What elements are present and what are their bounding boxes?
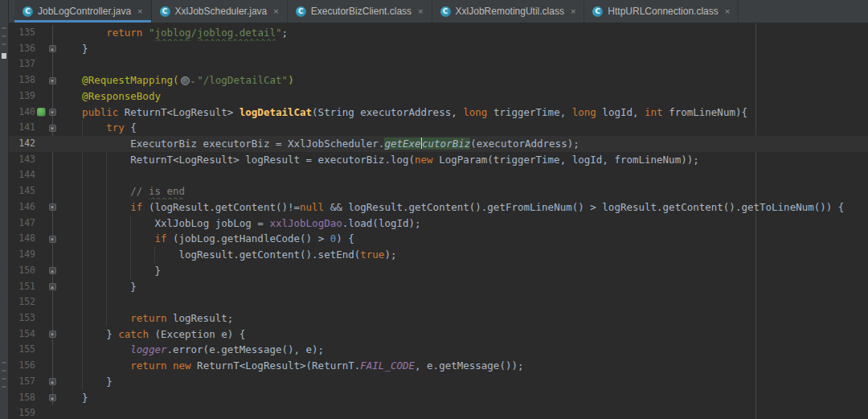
java-class-icon: C bbox=[160, 6, 170, 17]
code-line[interactable]: 153 return logResult; bbox=[8, 310, 868, 327]
gutter-icon-area bbox=[35, 72, 47, 88]
fold-gutter bbox=[47, 183, 58, 199]
gutter-icon-area bbox=[35, 88, 47, 105]
code-line[interactable]: 143 ReturnT<LogResult> logResult = execu… bbox=[8, 152, 868, 168]
close-icon[interactable]: × bbox=[418, 7, 423, 16]
fold-gutter: ▴ bbox=[47, 390, 58, 406]
gutter-icon-area bbox=[35, 263, 47, 279]
code-line[interactable]: 149 logResult.getContent().setEnd(true); bbox=[8, 247, 868, 263]
fold-gutter bbox=[47, 88, 58, 105]
code-line[interactable]: 137 bbox=[8, 56, 868, 72]
gutter-icon-area bbox=[35, 199, 47, 216]
close-icon[interactable]: × bbox=[571, 7, 575, 16]
code-text[interactable]: ExecutorBiz executorBiz = XxlJobSchedule… bbox=[58, 136, 868, 152]
code-text[interactable]: XxlJobLog jobLog = xxlJobLogDao.load(log… bbox=[58, 216, 868, 232]
code-text[interactable]: return "joblog/joblog.detail"; bbox=[58, 25, 868, 41]
code-text[interactable]: logResult.getContent().setEnd(true); bbox=[58, 247, 868, 263]
code-editor[interactable]: 135 return "joblog/joblog.detail";136▴ }… bbox=[8, 23, 868, 419]
editor-tab-httpurlconnection-class[interactable]: CHttpURLConnection.class× bbox=[584, 0, 739, 23]
spring-mapping-icon[interactable] bbox=[37, 108, 46, 117]
editor-tab-executorbizclient-class[interactable]: CExecutorBizClient.class× bbox=[288, 0, 432, 23]
code-text[interactable] bbox=[58, 294, 868, 310]
code-line[interactable]: 144 bbox=[8, 167, 868, 183]
fold-collapse-icon[interactable]: ▾ bbox=[49, 331, 56, 338]
code-line[interactable]: 145 // is end bbox=[8, 183, 868, 199]
fold-gutter bbox=[47, 358, 58, 374]
fold-collapse-icon[interactable]: ▾ bbox=[49, 109, 56, 116]
code-line[interactable]: 159 bbox=[8, 405, 868, 419]
code-line[interactable]: 148▾ if (jobLog.getHandleCode() > 0) { bbox=[8, 231, 868, 247]
line-number: 155 bbox=[8, 342, 35, 358]
fold-collapse-icon[interactable]: ▾ bbox=[49, 203, 56, 211]
line-number: 159 bbox=[8, 405, 35, 419]
code-line[interactable]: 147 XxlJobLog jobLog = xxlJobLogDao.load… bbox=[8, 216, 868, 232]
fold-gutter bbox=[47, 136, 58, 152]
code-text[interactable]: // is end bbox=[58, 183, 868, 199]
code-line[interactable]: 136▴ } bbox=[8, 41, 868, 57]
ide-window: CJobLogController.java×CXxlJobScheduler.… bbox=[0, 0, 868, 419]
code-line[interactable]: 146▾ if (logResult.getContent()!=null &&… bbox=[8, 199, 868, 216]
code-line[interactable]: 154▾ } catch (Exception e) { bbox=[8, 327, 868, 343]
fold-gutter bbox=[47, 405, 58, 419]
code-line[interactable]: 156 return new ReturnT<LogResult>(Return… bbox=[8, 358, 868, 374]
code-line[interactable]: 155 logger.error(e.getMessage(), e); bbox=[8, 342, 868, 358]
code-line[interactable]: 150▴ } bbox=[8, 263, 868, 279]
intention-bulb-icon[interactable] bbox=[63, 138, 72, 150]
editor-tab-xxljobremotingutil-class[interactable]: CXxlJobRemotingUtil.class× bbox=[432, 0, 585, 23]
fold-collapse-icon[interactable]: ▾ bbox=[49, 77, 56, 84]
code-text[interactable]: try { bbox=[58, 120, 868, 136]
java-class-icon: C bbox=[23, 6, 33, 17]
close-icon[interactable]: × bbox=[725, 7, 730, 16]
fold-collapse-icon[interactable]: ▾ bbox=[49, 125, 56, 132]
tool-window-button-icon[interactable] bbox=[2, 53, 6, 59]
code-text[interactable]: return new ReturnT<LogResult>(ReturnT.FA… bbox=[58, 358, 868, 374]
code-text[interactable]: } catch (Exception e) { bbox=[58, 327, 868, 343]
tool-window-stripe[interactable] bbox=[0, 0, 9, 419]
fold-end-icon[interactable]: ▴ bbox=[49, 283, 56, 290]
editor-tab-joblogcontroller-java[interactable]: CJobLogController.java× bbox=[14, 0, 152, 23]
fold-gutter: ▾ bbox=[47, 327, 58, 343]
code-line[interactable]: 139 @ResponseBody bbox=[8, 88, 868, 105]
code-text[interactable]: } bbox=[58, 41, 868, 57]
code-text[interactable]: logger.error(e.getMessage(), e); bbox=[58, 342, 868, 358]
fold-gutter bbox=[47, 342, 58, 358]
code-text[interactable]: ReturnT<LogResult> logResult = executorB… bbox=[58, 152, 868, 168]
fold-end-icon[interactable]: ▴ bbox=[49, 267, 56, 274]
code-text[interactable] bbox=[58, 405, 868, 419]
code-text[interactable]: } bbox=[58, 374, 868, 390]
java-class-icon: C bbox=[296, 6, 306, 17]
fold-end-icon[interactable]: ▴ bbox=[49, 394, 56, 401]
editor-tab-xxljobscheduler-java[interactable]: CXxlJobScheduler.java× bbox=[152, 0, 288, 23]
code-line[interactable]: 140▾ public ReturnT<LogResult> logDetail… bbox=[8, 105, 868, 121]
stripe-mark bbox=[2, 386, 6, 388]
code-text[interactable] bbox=[58, 56, 868, 72]
code-line[interactable]: 158▴ } bbox=[8, 390, 868, 406]
code-line[interactable]: 152 bbox=[8, 294, 868, 310]
java-class-icon: C bbox=[440, 6, 451, 17]
code-text[interactable]: } bbox=[58, 279, 868, 295]
code-text[interactable] bbox=[58, 167, 868, 183]
code-line[interactable]: 142 ExecutorBiz executorBiz = XxlJobSche… bbox=[8, 136, 868, 152]
code-text[interactable]: @ResponseBody bbox=[58, 88, 868, 105]
close-icon[interactable]: × bbox=[273, 7, 278, 16]
code-text[interactable]: } bbox=[58, 390, 868, 406]
fold-collapse-icon[interactable]: ▾ bbox=[49, 236, 56, 243]
code-text[interactable]: if (logResult.getContent()!=null && logR… bbox=[58, 199, 868, 216]
close-icon[interactable]: × bbox=[137, 7, 142, 16]
code-text[interactable]: return logResult; bbox=[58, 310, 868, 327]
code-line[interactable]: 138▾ @RequestMapping(⌄"/logDetailCat") bbox=[8, 72, 868, 88]
code-line[interactable]: 151▴ } bbox=[8, 279, 868, 295]
code-text[interactable]: public ReturnT<LogResult> logDetailCat(S… bbox=[58, 105, 868, 121]
fold-gutter bbox=[47, 247, 58, 263]
fold-end-icon[interactable]: ▴ bbox=[49, 45, 56, 52]
code-line[interactable]: 141▾ try { bbox=[8, 120, 868, 136]
code-text[interactable]: if (jobLog.getHandleCode() > 0) { bbox=[58, 231, 868, 247]
code-text[interactable]: @RequestMapping(⌄"/logDetailCat") bbox=[58, 72, 868, 88]
code-text[interactable]: } bbox=[58, 263, 868, 279]
gutter-icon-area bbox=[35, 231, 47, 247]
code-line[interactable]: 157▴ } bbox=[8, 374, 868, 390]
annotation-value-inlay[interactable]: ⌄ bbox=[181, 76, 196, 85]
code-line[interactable]: 135 return "joblog/joblog.detail"; bbox=[8, 25, 868, 41]
fold-gutter bbox=[47, 294, 58, 310]
fold-end-icon[interactable]: ▴ bbox=[49, 378, 56, 385]
